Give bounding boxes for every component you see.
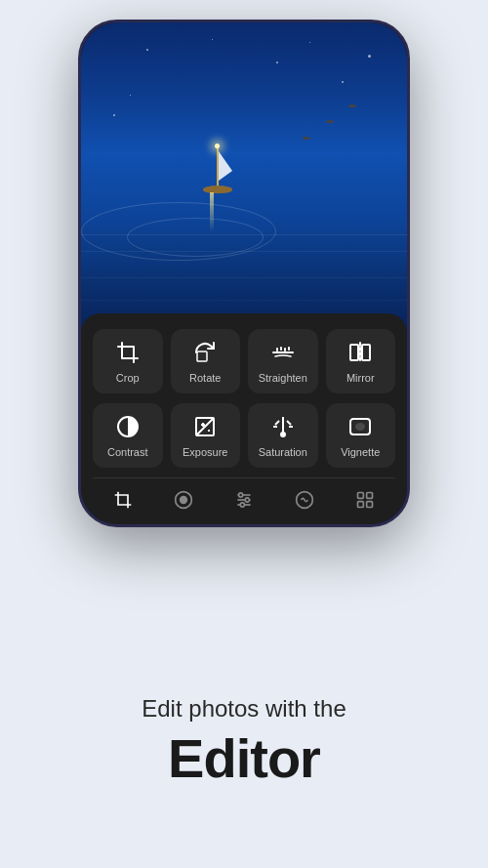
saturation-tool[interactable]: Saturation (248, 403, 318, 468)
exposure-label: Exposure (183, 446, 227, 458)
nav-paint[interactable] (291, 486, 318, 514)
bottom-text: Edit photos with the Editor (0, 695, 488, 790)
svg-point-19 (181, 497, 187, 504)
tools-row-2: Contrast Exposure (93, 403, 395, 468)
vignette-tool[interactable]: Vignette (326, 403, 396, 468)
rotate-icon (191, 339, 219, 366)
sky-dot (212, 39, 213, 40)
svg-rect-6 (350, 345, 358, 360)
svg-rect-28 (367, 493, 373, 499)
distant-boat-1 (326, 120, 334, 123)
sky-dot (368, 55, 371, 58)
exposure-tool[interactable]: Exposure (171, 403, 241, 468)
subtitle-text: Edit photos with the (0, 695, 488, 723)
nav-sliders[interactable] (230, 486, 258, 514)
crop-label: Crop (116, 372, 140, 384)
svg-point-23 (239, 493, 243, 497)
crop-icon (114, 339, 142, 366)
nav-filter[interactable] (170, 486, 197, 514)
saturation-icon (269, 413, 297, 440)
crop-tool[interactable]: Crop (93, 329, 163, 393)
sky-dot (146, 49, 148, 51)
mirror-tool[interactable]: Mirror (326, 329, 396, 393)
water-line (81, 234, 407, 235)
boat-light (215, 144, 220, 148)
contrast-icon (114, 413, 142, 440)
water-line (81, 251, 407, 252)
boat-sail (219, 151, 232, 181)
ocean-background (81, 22, 407, 349)
boat-hull (203, 186, 232, 193)
nav-grid[interactable] (351, 486, 379, 514)
rotate-label: Rotate (189, 372, 221, 384)
svg-rect-27 (358, 493, 364, 499)
sky-dot (276, 62, 278, 63)
distant-boat-3 (303, 137, 310, 140)
phone-screen: Crop Rotate (81, 22, 407, 524)
bottom-nav (93, 477, 395, 517)
sky-dot (113, 114, 115, 116)
straighten-icon (269, 339, 297, 366)
boat-mast (217, 146, 219, 186)
contrast-label: Contrast (107, 446, 148, 458)
svg-point-15 (281, 433, 285, 436)
mirror-label: Mirror (346, 372, 375, 384)
water-line (81, 277, 407, 278)
sailing-boat (203, 146, 232, 193)
contrast-tool[interactable]: Contrast (93, 403, 163, 468)
editor-panel: Crop Rotate (81, 313, 407, 524)
phone-frame: Crop Rotate (78, 20, 410, 527)
distant-boat-2 (348, 104, 356, 107)
svg-point-17 (355, 423, 365, 431)
saturation-label: Saturation (259, 446, 307, 458)
straighten-tool[interactable]: Straighten (248, 329, 318, 393)
mirror-icon (346, 339, 374, 366)
svg-point-24 (245, 498, 249, 502)
svg-rect-0 (197, 351, 207, 361)
sky-dot (342, 81, 344, 83)
main-title-text: Editor (0, 726, 488, 790)
svg-rect-29 (358, 502, 364, 508)
svg-point-25 (240, 503, 244, 507)
svg-rect-30 (367, 502, 373, 508)
sky-dot (130, 95, 131, 96)
vignette-label: Vignette (341, 446, 380, 458)
nav-crop[interactable] (109, 486, 137, 514)
straighten-label: Straighten (259, 372, 307, 384)
vignette-icon (346, 413, 374, 440)
svg-rect-7 (362, 345, 370, 360)
tools-row-1: Crop Rotate (93, 329, 395, 393)
water-line (81, 300, 407, 301)
rotate-tool[interactable]: Rotate (171, 329, 241, 393)
exposure-icon (191, 413, 219, 440)
svg-line-11 (196, 418, 214, 435)
sky-dot (309, 42, 310, 43)
